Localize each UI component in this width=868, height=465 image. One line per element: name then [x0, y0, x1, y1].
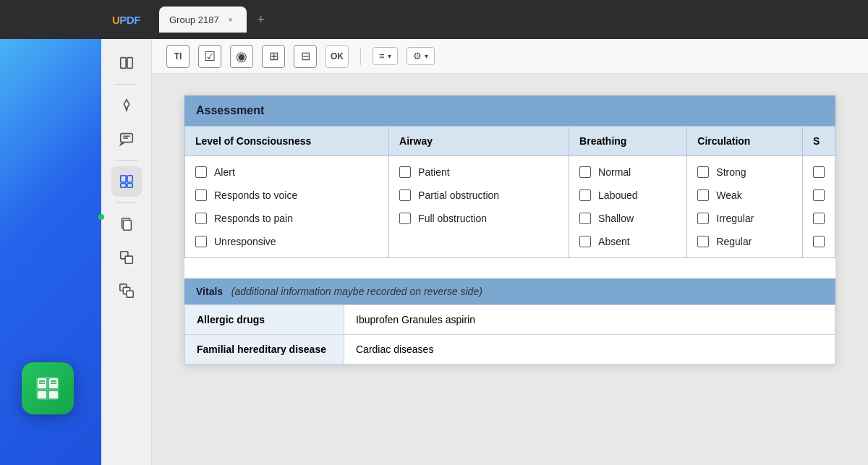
label-shallow: Shallow	[598, 213, 634, 224]
label-partial-obstruction: Partial obstruction	[418, 189, 499, 201]
ok-button[interactable]: OK	[326, 45, 349, 68]
vitals-label-allergic: Allergic drugs	[185, 305, 344, 335]
label-alert: Alert	[214, 166, 235, 178]
checkbox-unresponsive[interactable]	[195, 236, 207, 247]
consciousness-list: Alert Responds to voice Responds to pain	[185, 156, 388, 257]
svg-rect-9	[120, 58, 125, 69]
app-icon-svg	[32, 372, 64, 404]
label-strong: Strong	[716, 166, 746, 178]
svg-rect-17	[127, 176, 132, 182]
list-item: Full obstruction	[399, 207, 558, 230]
svg-rect-10	[127, 58, 132, 69]
checkbox-s4[interactable]	[813, 236, 825, 247]
checkbox-s3[interactable]	[813, 213, 825, 224]
active-tab[interactable]: Group 2187 ×	[159, 7, 247, 33]
airway-list: Patient Partial obstruction Full obstruc…	[389, 156, 569, 234]
checkbox-absent[interactable]	[579, 236, 591, 247]
vitals-header: Vitals (additional information maybe rec…	[184, 278, 835, 304]
cell-breathing: Normal Laboued Shallow	[569, 156, 687, 258]
circulation-list: Strong Weak Irregular	[687, 156, 802, 257]
svg-rect-16	[120, 176, 125, 182]
col-header-airway: Airway	[389, 127, 569, 156]
checkbox-s2[interactable]	[813, 189, 825, 201]
sidebar-active-indicator	[98, 214, 104, 220]
label-absent: Absent	[598, 236, 630, 247]
text-insert-button[interactable]: TI	[166, 45, 190, 68]
sidebar-item-comment[interactable]	[111, 124, 142, 154]
col-header-breathing: Breathing	[569, 127, 687, 156]
checkbox-s1[interactable]	[813, 166, 825, 178]
label-laboued: Laboued	[598, 189, 638, 201]
vitals-table: Allergic drugs Ibuprofen Granules aspiri…	[184, 304, 835, 364]
col-header-circulation: Circulation	[687, 127, 803, 156]
assessment-header: Assessment	[184, 95, 835, 126]
sidebar-item-highlight[interactable]	[111, 90, 142, 121]
checkbox-regular[interactable]	[697, 236, 709, 247]
checkbox-partial-obstruction[interactable]	[399, 189, 411, 201]
label-responds-voice: Responds to voice	[214, 189, 297, 201]
list-item: Regular	[697, 230, 792, 253]
settings-dropdown-arrow: ▾	[425, 52, 428, 60]
sidebar-divider-2	[116, 160, 137, 161]
logo-u: U	[112, 14, 119, 26]
settings-dropdown[interactable]: ⚙ ▾	[407, 47, 435, 65]
cell-s	[803, 156, 835, 258]
new-tab-button[interactable]: +	[252, 11, 270, 28]
label-normal: Normal	[598, 166, 631, 178]
sidebar-item-book[interactable]	[111, 48, 142, 78]
settings-icon: ⚙	[413, 51, 422, 61]
sidebar-item-file-copy[interactable]	[111, 209, 142, 239]
spreadsheet-button[interactable]: ⊟	[294, 45, 317, 68]
highlight-icon	[119, 98, 135, 114]
list-item: Partial obstruction	[399, 184, 558, 207]
checkbox-button[interactable]: ☑	[198, 45, 221, 68]
cell-airway: Patient Partial obstruction Full obstruc…	[389, 156, 569, 258]
checkbox-weak[interactable]	[697, 189, 709, 201]
sidebar-item-multi-copy[interactable]	[111, 276, 142, 306]
checkbox-responds-voice[interactable]	[195, 189, 207, 201]
tab-close-button[interactable]: ×	[225, 14, 237, 25]
align-dropdown-arrow: ▾	[388, 52, 391, 60]
list-item	[813, 184, 825, 207]
tab-title: Group 2187	[169, 14, 219, 25]
checkbox-laboued[interactable]	[579, 189, 591, 201]
radio-button[interactable]: ◉	[230, 45, 253, 68]
table-row: Allergic drugs Ibuprofen Granules aspiri…	[185, 305, 835, 335]
label-regular: Regular	[716, 236, 752, 247]
list-item	[813, 161, 825, 184]
sidebar-item-copy-table[interactable]	[111, 242, 142, 273]
table-button[interactable]: ⊞	[262, 45, 285, 68]
vitals-title: Vitals	[196, 286, 223, 297]
svg-rect-3	[38, 391, 46, 398]
app-icon	[22, 362, 74, 414]
tab-bar: Group 2187 × +	[159, 0, 270, 39]
checkbox-responds-pain[interactable]	[195, 213, 207, 224]
list-item: Responds to voice	[195, 184, 378, 207]
checkbox-full-obstruction[interactable]	[399, 213, 411, 224]
col-header-s: S	[803, 127, 835, 156]
svg-rect-18	[120, 184, 125, 188]
document-page: Assessment Level of Consciousness Airway…	[184, 95, 835, 364]
checkbox-normal[interactable]	[579, 166, 591, 178]
book-icon	[119, 55, 135, 71]
label-full-obstruction: Full obstruction	[418, 213, 487, 224]
grid-icon	[119, 174, 135, 189]
file-copy-icon	[119, 216, 135, 232]
table-row: Familial hereditary disease Cardiac dise…	[185, 335, 835, 364]
list-item: Absent	[579, 230, 676, 253]
svg-rect-21	[123, 221, 131, 231]
svg-rect-4	[49, 391, 58, 398]
align-dropdown[interactable]: ≡ ▾	[373, 47, 398, 65]
sidebar-item-grid[interactable]	[111, 166, 142, 197]
checkbox-irregular[interactable]	[697, 213, 709, 224]
checkbox-patient[interactable]	[399, 166, 411, 178]
logo-pdf: PDF	[119, 14, 140, 26]
checkbox-alert[interactable]	[195, 166, 207, 178]
main-content: TI ☑ ◉ ⊞ ⊟ OK ≡ ▾ ⚙ ▾ Assessment Level o…	[152, 39, 868, 465]
vitals-value-allergic: Ibuprofen Granules aspirin	[344, 305, 835, 335]
checkbox-shallow[interactable]	[579, 213, 591, 224]
label-irregular: Irregular	[716, 213, 754, 224]
document-area[interactable]: Assessment Level of Consciousness Airway…	[152, 74, 868, 465]
checkbox-strong[interactable]	[697, 166, 709, 178]
svg-rect-26	[127, 291, 133, 297]
